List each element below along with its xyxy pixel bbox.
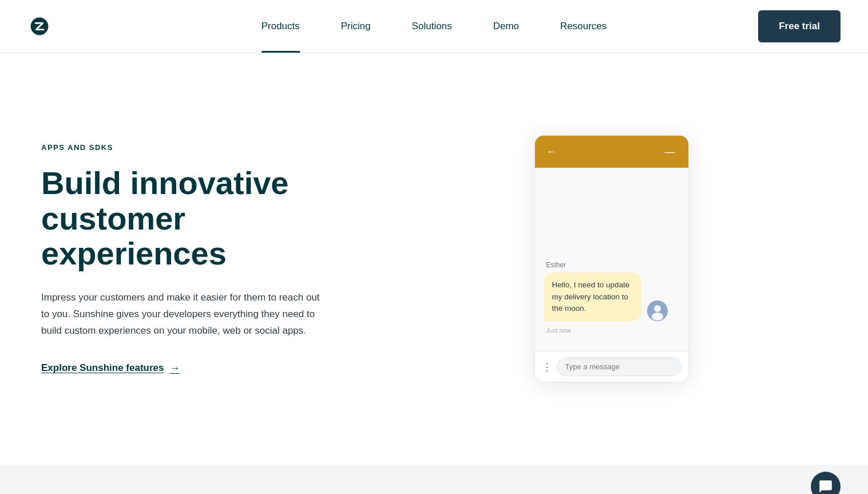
chat-spacer (544, 179, 679, 261)
chat-mockup: ← — Esther Hello, I need to update my de… (534, 135, 689, 382)
hero-title: Build innovative customer experiences (41, 165, 362, 271)
nav-link-resources[interactable]: Resources (540, 0, 627, 53)
explore-sunshine-label: Explore Sunshine features (41, 362, 164, 374)
chat-menu-icon[interactable]: ⋮ (542, 361, 552, 373)
nav-link-products[interactable]: Products (241, 0, 320, 53)
nav-link-pricing[interactable]: Pricing (320, 0, 391, 53)
floating-chat-button[interactable] (811, 472, 841, 494)
svg-point-2 (652, 313, 663, 321)
nav-item-pricing[interactable]: Pricing (320, 0, 391, 53)
chat-input[interactable] (557, 357, 681, 376)
logo[interactable] (27, 14, 51, 38)
nav-links: Products Pricing Solutions Demo Resource… (241, 0, 628, 53)
explore-sunshine-link[interactable]: Explore Sunshine features → (41, 362, 180, 374)
chat-message-row: Hello, I need to update my delivery loca… (544, 272, 679, 321)
chat-header: ← — (535, 136, 688, 168)
nav-item-products[interactable]: Products (241, 0, 320, 53)
hero-title-line2: customer experiences (41, 200, 227, 272)
hero-content: APPS AND SDKS Build innovative customer … (41, 143, 362, 374)
arrow-icon: → (169, 362, 180, 374)
nav-item-demo[interactable]: Demo (473, 0, 540, 53)
chat-bubble: Hello, I need to update my delivery loca… (544, 272, 641, 321)
bottom-band (0, 465, 868, 494)
free-trial-button[interactable]: Free trial (758, 10, 841, 42)
nav-item-solutions[interactable]: Solutions (391, 0, 473, 53)
nav-link-demo[interactable]: Demo (473, 0, 540, 53)
svg-point-1 (654, 305, 661, 312)
chat-input-row: ⋮ (535, 351, 688, 382)
navbar: Products Pricing Solutions Demo Resource… (0, 0, 868, 53)
chat-icon (818, 479, 833, 494)
chat-sender-name: Esther (544, 261, 679, 269)
avatar (647, 301, 668, 321)
zendesk-logo-icon (27, 14, 51, 38)
hero-title-line1: Build innovative (41, 165, 289, 201)
menu-dots-icon[interactable]: — (665, 146, 677, 158)
chat-body: Esther Hello, I need to update my delive… (535, 168, 688, 351)
avatar-image (647, 301, 668, 321)
back-icon[interactable]: ← (546, 146, 557, 158)
chat-timestamp: Just now (544, 327, 679, 334)
hero-description: Impress your customers and make it easie… (41, 290, 327, 339)
hero-illustration: ← — Esther Hello, I need to update my de… (362, 135, 827, 382)
hero-eyebrow: APPS AND SDKS (41, 143, 362, 152)
nav-item-resources[interactable]: Resources (540, 0, 627, 53)
nav-link-solutions[interactable]: Solutions (391, 0, 473, 53)
hero-section: APPS AND SDKS Build innovative customer … (0, 53, 868, 465)
